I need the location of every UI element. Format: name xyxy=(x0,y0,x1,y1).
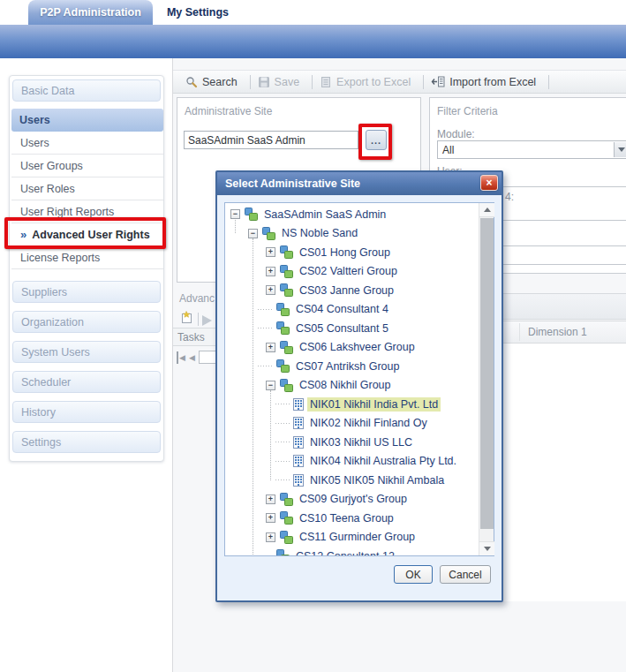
expander-icon[interactable] xyxy=(258,361,272,371)
site-group-icon xyxy=(279,265,293,278)
expander-icon[interactable] xyxy=(266,513,275,523)
page-number-input[interactable] xyxy=(199,351,217,364)
module-select[interactable]: All xyxy=(437,140,626,159)
tree-node-label: NIK01 Nikhil India Pvt. Ltd xyxy=(307,397,441,412)
scrollbar-thumb[interactable] xyxy=(480,218,494,529)
sidebar-accordion-button[interactable]: History xyxy=(12,401,161,423)
tree-node[interactable]: CS11 Gurminder Group xyxy=(225,528,479,547)
tab-my-settings[interactable]: My Settings xyxy=(155,0,240,25)
expander-icon[interactable] xyxy=(275,457,290,466)
tree-node[interactable]: CS06 Lakshveer Group xyxy=(225,338,479,358)
sidebar-menu-item[interactable]: User Right Reports xyxy=(11,200,163,223)
sidebar-menu-item[interactable]: License Reports xyxy=(11,246,163,269)
tree-node-label: NIK04 Nikhil Australia Pty Ltd. xyxy=(307,454,459,468)
site-icon xyxy=(293,474,304,487)
close-icon[interactable]: × xyxy=(480,175,498,191)
expander-icon[interactable] xyxy=(275,399,290,409)
import-excel-icon xyxy=(431,76,445,87)
site-group-icon xyxy=(244,208,258,221)
sidebar-menu-item-label: User Right Reports xyxy=(20,206,114,218)
expander-icon[interactable] xyxy=(275,419,290,428)
site-group-icon xyxy=(279,531,293,544)
expander-icon[interactable] xyxy=(275,475,290,485)
tree-node[interactable]: CS08 Nikhil Group xyxy=(225,376,479,396)
expander-icon[interactable] xyxy=(266,247,275,257)
expander-icon[interactable] xyxy=(266,285,275,295)
cancel-button[interactable]: Cancel xyxy=(440,565,491,584)
site-tree-container: SaaSAdmin SaaS Admin NS Noble Sand xyxy=(224,202,494,556)
tree-node[interactable]: CS04 Consultant 4 xyxy=(225,300,479,320)
tree-node[interactable]: SaaSAdmin SaaS Admin xyxy=(225,205,479,224)
toolbar-button[interactable]: Search xyxy=(182,75,254,89)
expander-icon[interactable] xyxy=(266,532,275,542)
previous-page-icon[interactable]: ◀ xyxy=(189,351,195,364)
site-group-icon xyxy=(279,341,293,354)
sidebar-menu-item[interactable]: Users xyxy=(11,132,163,155)
expander-icon[interactable] xyxy=(266,495,275,504)
ok-button[interactable]: OK xyxy=(394,565,433,584)
sidebar-section-users[interactable]: Users xyxy=(11,109,163,132)
site-icon xyxy=(293,417,304,429)
sidebar-accordion-button[interactable]: Settings xyxy=(12,431,161,453)
tree-node[interactable]: CS07 Antriksh Group xyxy=(225,357,479,376)
partial-icon[interactable] xyxy=(202,315,212,326)
sidebar-menu-item[interactable]: » Advanced User Rights xyxy=(11,223,163,246)
expander-icon[interactable] xyxy=(230,209,240,219)
expander-icon[interactable] xyxy=(266,381,275,390)
expander-icon[interactable] xyxy=(275,437,290,447)
tree-node[interactable]: CS09 Gurjyot's Group xyxy=(225,490,479,510)
first-page-icon[interactable]: ◀ xyxy=(177,351,185,364)
tree-node[interactable]: CS05 Consultant 5 xyxy=(225,319,479,338)
sidebar-item-basic-data[interactable]: Basic Data xyxy=(12,79,161,102)
tree-node[interactable]: CS02 Valtteri Group xyxy=(225,262,479,282)
sidebar-accordion-button[interactable]: Scheduler xyxy=(12,371,161,393)
expander-icon[interactable] xyxy=(258,551,272,555)
toolbar-button[interactable]: Save xyxy=(254,75,317,89)
expander-icon[interactable] xyxy=(266,267,275,276)
select-administrative-site-dialog: Select Administrative Site × xyxy=(215,170,503,602)
expander-icon[interactable] xyxy=(258,323,272,333)
sidebar-accordion-button[interactable]: Suppliers xyxy=(12,281,161,303)
toolbar-button[interactable]: Import from Excel xyxy=(427,75,553,89)
toolbar-button-label: Search xyxy=(202,76,238,88)
app-root: P2P Administration My Settings Basic Dat… xyxy=(0,0,626,672)
site-group-icon xyxy=(261,227,275,240)
toolbar-button[interactable]: Export to Excel xyxy=(316,75,427,89)
expander-icon[interactable] xyxy=(258,305,272,314)
scroll-down-icon[interactable] xyxy=(479,541,494,555)
tree-node[interactable]: CS03 Janne Group xyxy=(225,281,479,300)
expander-icon[interactable] xyxy=(266,343,275,352)
tree-scrollbar[interactable] xyxy=(479,203,494,555)
tree-node-label: NIK02 Nikhil Finland Oy xyxy=(307,416,430,430)
tree-node[interactable]: NIK03 Nikhil US LLC xyxy=(225,433,479,452)
double-chevron-icon: » xyxy=(20,228,26,241)
scroll-up-icon[interactable] xyxy=(479,203,494,217)
new-document-icon[interactable] xyxy=(181,311,193,324)
site-group-icon xyxy=(279,493,293,506)
sidebar-menu-item[interactable]: User Roles xyxy=(11,177,163,200)
tree-node[interactable]: NIK04 Nikhil Australia Pty Ltd. xyxy=(225,452,479,472)
tree-node[interactable]: CS01 Hong Group xyxy=(225,243,479,262)
tab-p2p-administration[interactable]: P2P Administration xyxy=(28,0,153,25)
administrative-site-input[interactable] xyxy=(184,131,358,149)
chevron-down-icon[interactable] xyxy=(614,142,626,157)
tree-node[interactable]: NIK02 Nikhil Finland Oy xyxy=(225,414,479,434)
tree-guide xyxy=(253,238,253,555)
tree-node-label: CS02 Valtteri Group xyxy=(297,264,400,278)
column-separator xyxy=(519,323,520,341)
expander-icon[interactable] xyxy=(248,229,258,238)
sidebar-accordion-button[interactable]: System Users xyxy=(12,341,161,363)
banner xyxy=(0,25,626,58)
sidebar-accordion-button[interactable]: Organization xyxy=(12,311,161,333)
tree-node[interactable]: NIK01 Nikhil India Pvt. Ltd xyxy=(225,395,479,414)
panel-title: Filter Criteria xyxy=(437,105,498,117)
sidebar-menu-item[interactable]: User Groups xyxy=(11,155,163,177)
site-group-icon xyxy=(279,511,293,525)
tree-node[interactable]: NIK05 NIK05 Nikhil Ambala xyxy=(225,471,479,490)
tree-node[interactable]: CS12 Consultant 12 xyxy=(225,547,479,555)
tree-node[interactable]: CS10 Teena Group xyxy=(225,509,479,528)
tree-guide xyxy=(270,390,271,480)
tree-node-label: CS03 Janne Group xyxy=(297,283,396,298)
tree-node[interactable]: NS Noble Sand xyxy=(225,224,479,244)
browse-site-button[interactable]: ... xyxy=(366,130,387,150)
